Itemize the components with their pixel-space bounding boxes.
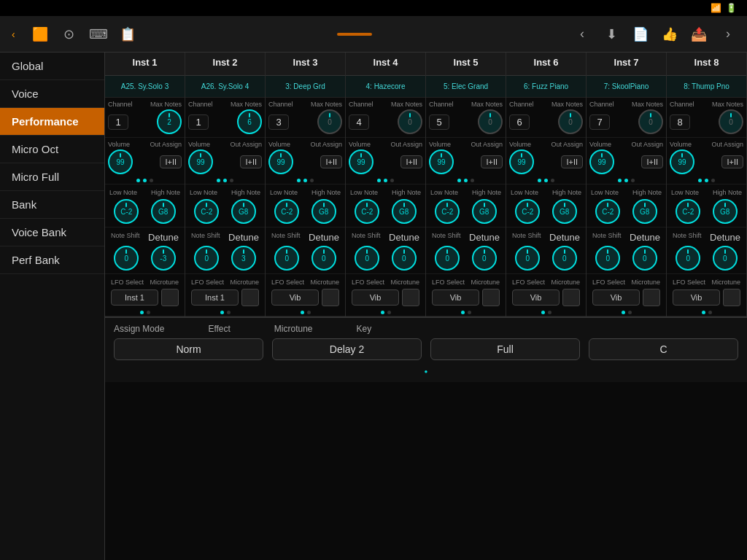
low-note-knob[interactable]: C-2 <box>595 199 620 224</box>
inst-preset[interactable]: 6: Fuzz Piano <box>506 76 586 98</box>
inst-preset[interactable]: A26. Sy.Solo 4 <box>185 76 265 98</box>
volume-knob[interactable]: 99 <box>429 149 454 174</box>
max-notes-knob[interactable]: 0 <box>317 109 342 134</box>
high-note-knob[interactable]: G8 <box>151 199 176 224</box>
sidebar-item-micro-oct[interactable]: Micro Oct <box>0 136 104 163</box>
lfo-select-btn[interactable]: Vib <box>432 289 479 306</box>
microtune-btn[interactable]: Full <box>430 338 580 360</box>
low-note-knob[interactable]: C-2 <box>274 199 299 224</box>
detune-knob[interactable]: 0 <box>311 246 336 271</box>
detune-knob[interactable]: 0 <box>392 246 417 271</box>
detune-knob[interactable]: 0 <box>552 246 577 271</box>
low-note-knob[interactable]: C-2 <box>515 199 540 224</box>
out-assign-badge[interactable]: I+II <box>641 155 663 168</box>
detune-knob[interactable]: 3 <box>231 246 256 271</box>
volume-knob[interactable]: 99 <box>268 149 293 174</box>
detune-knob[interactable]: -3 <box>151 246 176 271</box>
volume-knob[interactable]: 99 <box>108 149 133 174</box>
max-notes-knob[interactable]: 0 <box>558 109 583 134</box>
high-note-knob[interactable]: G8 <box>392 199 417 224</box>
note-shift-knob[interactable]: 0 <box>274 246 299 271</box>
note-shift-knob[interactable]: 0 <box>194 246 219 271</box>
patch-title[interactable] <box>337 33 372 36</box>
lfo-extra-btn[interactable] <box>322 289 339 306</box>
lfo-select-btn[interactable]: Vib <box>673 289 720 306</box>
lfo-extra-btn[interactable] <box>402 289 419 306</box>
high-note-knob[interactable]: G8 <box>231 199 256 224</box>
download-icon[interactable]: ⬇ <box>598 21 624 47</box>
effect-btn[interactable]: Delay 2 <box>272 338 422 360</box>
lfo-extra-btn[interactable] <box>241 289 259 306</box>
inst-preset[interactable]: A25. Sy.Solo 3 <box>105 76 185 98</box>
lfo-select-btn[interactable]: Vib <box>592 289 640 306</box>
max-notes-knob[interactable]: 0 <box>719 109 743 134</box>
sidebar-item-perf-bank[interactable]: Perf Bank <box>0 246 104 274</box>
sidebar-item-micro-full[interactable]: Micro Full <box>0 163 104 191</box>
high-note-knob[interactable]: G8 <box>713 199 738 224</box>
back-button[interactable]: ‹ <box>6 24 24 44</box>
inst-preset[interactable]: 5: Elec Grand <box>426 76 506 98</box>
detune-knob[interactable]: 0 <box>632 246 657 271</box>
detune-knob[interactable]: 0 <box>713 246 738 271</box>
channel-value[interactable]: 5 <box>429 114 449 130</box>
lfo-select-btn[interactable]: Inst 1 <box>111 289 158 306</box>
volume-knob[interactable]: 99 <box>509 149 534 174</box>
detune-knob[interactable]: 0 <box>472 246 497 271</box>
high-note-knob[interactable]: G8 <box>632 199 657 224</box>
max-notes-knob[interactable]: 0 <box>478 109 503 134</box>
prev-icon[interactable]: ‹ <box>569 21 595 47</box>
low-note-knob[interactable]: C-2 <box>355 199 379 224</box>
volume-knob[interactable]: 99 <box>349 149 374 174</box>
note-shift-knob[interactable]: 0 <box>435 246 460 271</box>
content-area[interactable]: Inst 1 A25. Sy.Solo 3 Channel Max Notes … <box>105 52 747 560</box>
channel-value[interactable]: 1 <box>108 114 128 130</box>
high-note-knob[interactable]: G8 <box>552 199 577 224</box>
inst-preset[interactable]: 7: SkoolPiano <box>587 76 666 98</box>
lfo-extra-btn[interactable] <box>562 289 580 306</box>
inst-preset[interactable]: 4: Hazecore <box>346 76 425 98</box>
low-note-knob[interactable]: C-2 <box>435 199 460 224</box>
out-assign-badge[interactable]: I+II <box>561 155 583 168</box>
max-notes-knob[interactable]: 0 <box>398 109 422 134</box>
lfo-extra-btn[interactable] <box>643 289 660 306</box>
out-assign-badge[interactable]: I+II <box>240 155 262 168</box>
assign-mode-btn[interactable]: Norm <box>114 338 263 360</box>
lfo-select-btn[interactable]: Vib <box>512 289 560 306</box>
history-icon[interactable]: ⊙ <box>56 21 82 47</box>
note-shift-knob[interactable]: 0 <box>114 246 139 271</box>
sidebar-item-global[interactable]: Global <box>0 52 104 80</box>
lfo-extra-btn[interactable] <box>161 289 179 306</box>
keyboard-icon[interactable]: ⌨ <box>85 21 112 47</box>
lfo-select-btn[interactable]: Inst 1 <box>191 289 239 306</box>
sidebar-item-voice[interactable]: Voice <box>0 80 104 108</box>
note-shift-knob[interactable]: 0 <box>595 246 620 271</box>
out-assign-badge[interactable]: I+II <box>721 155 743 168</box>
out-assign-badge[interactable]: I+II <box>160 155 182 168</box>
channel-value[interactable]: 6 <box>509 114 530 130</box>
low-note-knob[interactable]: C-2 <box>194 199 219 224</box>
note-shift-knob[interactable]: 0 <box>676 246 700 271</box>
export-icon[interactable]: 📤 <box>686 21 712 47</box>
inst-preset[interactable]: 8: Thump Pno <box>667 76 746 98</box>
lfo-extra-btn[interactable] <box>482 289 500 306</box>
volume-knob[interactable]: 99 <box>589 149 614 174</box>
max-notes-knob[interactable]: 2 <box>157 109 182 134</box>
max-notes-knob[interactable]: 0 <box>638 109 663 134</box>
out-assign-badge[interactable]: I+II <box>400 155 422 168</box>
folder-icon[interactable]: 🟧 <box>27 21 53 47</box>
volume-knob[interactable]: 99 <box>188 149 213 174</box>
sidebar-item-bank[interactable]: Bank <box>0 191 104 219</box>
high-note-knob[interactable]: G8 <box>311 199 336 224</box>
lfo-select-btn[interactable]: Vib <box>271 289 319 306</box>
sidebar-item-performance[interactable]: Performance <box>0 108 104 136</box>
out-assign-badge[interactable]: I+II <box>320 155 342 168</box>
note-shift-knob[interactable]: 0 <box>355 246 379 271</box>
channel-value[interactable]: 8 <box>670 114 690 130</box>
channel-value[interactable]: 1 <box>188 114 209 130</box>
sidebar-item-voice-bank[interactable]: Voice Bank <box>0 219 104 246</box>
docs-icon[interactable]: 📋 <box>115 21 141 47</box>
inst-preset[interactable]: 3: Deep Grd <box>266 76 345 98</box>
new-icon[interactable]: 📄 <box>627 21 654 47</box>
channel-value[interactable]: 4 <box>349 114 369 130</box>
low-note-knob[interactable]: C-2 <box>114 199 139 224</box>
